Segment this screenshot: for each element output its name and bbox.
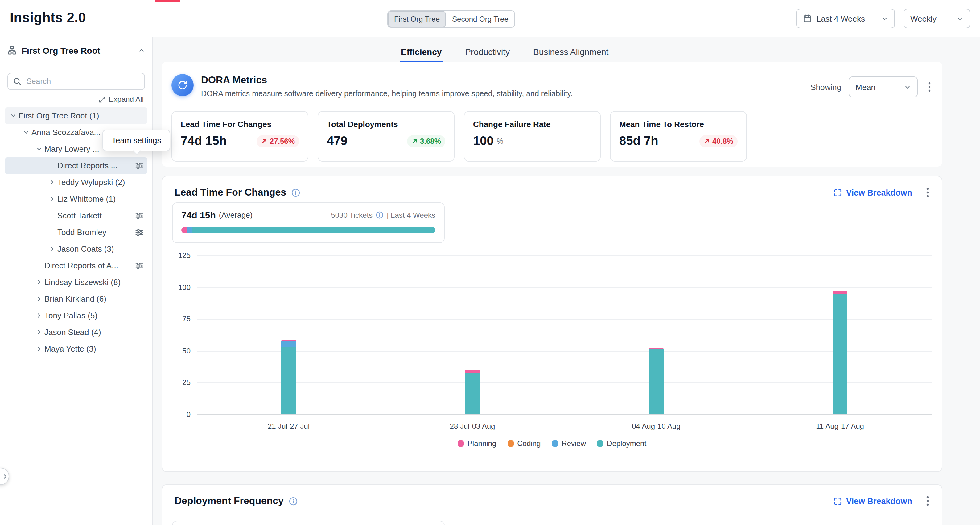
chevron-right-icon[interactable]	[33, 279, 45, 286]
toggle-first-org-tree[interactable]: First Org Tree	[388, 11, 446, 27]
tree-item-lindsay-liszewski-8[interactable]: Lindsay Liszewski (8)	[5, 274, 147, 291]
tree-item-jason-coats-3[interactable]: Jason Coats (3)	[5, 240, 147, 257]
chevron-right-icon[interactable]	[33, 312, 45, 319]
tree-item-label: First Org Tree Root (1)	[19, 111, 99, 120]
metric-cards-row: Lead Time For Changes74d 15h27.56%Total …	[172, 111, 747, 162]
summary-value: 74d 15h	[181, 210, 216, 220]
legend-label: Review	[562, 439, 586, 448]
tree-item-label: Todd Bromley	[57, 228, 107, 237]
x-label-21-jul-27-jul: 21 Jul-27 Jul	[268, 422, 310, 431]
gridline	[197, 351, 932, 352]
bar-11-aug-17-aug-deployment[interactable]	[833, 294, 847, 414]
tree-item-scott-tarkett[interactable]: Scott Tarkett	[5, 207, 147, 224]
bar-28-jul-03-aug-deployment[interactable]	[465, 373, 480, 414]
tree-item-direct-reports-of-a[interactable]: Direct Reports of A...	[5, 257, 147, 274]
deployment-frequency-title: Deployment Frequency	[175, 495, 298, 506]
bar-21-jul-27-jul-planning[interactable]	[281, 340, 296, 342]
expand-all-button[interactable]: Expand All	[99, 95, 144, 103]
expand-corners-icon	[834, 497, 842, 505]
deployment-menu-button[interactable]	[923, 495, 932, 507]
chart-legend: PlanningCodingReviewDeployment	[172, 439, 932, 448]
deployment-view-breakdown[interactable]: View Breakdown	[834, 496, 912, 506]
team-settings-icon[interactable]	[135, 228, 147, 237]
chevron-right-icon[interactable]	[33, 345, 45, 352]
team-settings-icon[interactable]	[135, 261, 147, 270]
chevron-right-icon[interactable]	[33, 296, 45, 302]
team-settings-tooltip: Team settings	[102, 130, 170, 151]
tree-item-direct-reports[interactable]: Direct Reports ...	[5, 158, 147, 174]
info-icon[interactable]	[289, 496, 298, 506]
distribution-review	[188, 227, 192, 233]
org-tree-toggle: First Org Tree Second Org Tree	[387, 11, 515, 28]
tab-business-alignment[interactable]: Business Alignment	[532, 43, 610, 63]
legend-swatch	[458, 441, 464, 447]
tree-item-tony-pallas-5[interactable]: Tony Pallas (5)	[5, 307, 147, 324]
app-header: Insights 2.0 First Org Tree Second Org T…	[0, 0, 980, 37]
tree-item-label: Liz Whittome (1)	[57, 194, 116, 204]
lead-time-menu-button[interactable]	[923, 186, 932, 199]
tree-item-label: Jason Coats (3)	[57, 244, 114, 253]
trend-up-arrow-icon	[411, 138, 418, 144]
bar-21-jul-27-jul-deployment[interactable]	[281, 347, 296, 414]
summary-suffix: (Average)	[219, 211, 253, 219]
legend-deployment: Deployment	[597, 439, 646, 448]
bar-04-aug-10-aug-planning[interactable]	[649, 348, 663, 349]
tree-item-label: Tony Pallas (5)	[45, 311, 97, 320]
tab-efficiency[interactable]: Efficiency	[400, 43, 443, 63]
bar-11-aug-17-aug-planning[interactable]	[833, 291, 847, 294]
collapse-panel-icon[interactable]	[138, 47, 145, 54]
granularity-value: Weekly	[910, 14, 937, 23]
search-input[interactable]	[7, 73, 145, 90]
bar-04-aug-10-aug-deployment[interactable]	[649, 349, 663, 414]
chevron-down-icon[interactable]	[33, 146, 45, 153]
chevron-right-icon[interactable]	[46, 245, 57, 252]
tab-productivity[interactable]: Productivity	[464, 43, 511, 63]
tree-item-label: Scott Tarkett	[57, 211, 102, 220]
dora-subtitle: DORA metrics measure software delivery p…	[201, 89, 573, 98]
tree-item-label: Direct Reports of A...	[45, 261, 118, 270]
tree-item-liz-whittome-1[interactable]: Liz Whittome (1)	[5, 191, 147, 207]
y-tick-125: 125	[178, 251, 191, 260]
header-controls: Last 4 Weeks Weekly	[796, 9, 970, 29]
trend-up-arrow-icon	[704, 138, 711, 144]
chevron-right-icon[interactable]	[33, 329, 45, 336]
metric-card-change-failure-rate: Change Failure Rate100%	[464, 111, 601, 162]
dora-menu-button[interactable]	[925, 81, 934, 93]
bar-21-jul-27-jul-review[interactable]	[281, 342, 296, 347]
tree-item-first-org-tree-root-1[interactable]: First Org Tree Root (1)	[5, 107, 147, 124]
toggle-second-org-tree[interactable]: Second Org Tree	[446, 11, 515, 27]
chevron-down-icon[interactable]	[7, 112, 19, 119]
chevron-right-icon[interactable]	[46, 179, 57, 186]
tree-item-todd-bromley[interactable]: Todd Bromley	[5, 224, 147, 240]
granularity-select[interactable]: Weekly	[904, 9, 970, 29]
metric-card-mean-time-to-restore: Mean Time To Restore85d 7h40.8%	[610, 111, 747, 162]
vertical-ellipsis-icon	[926, 188, 929, 197]
tree-item-label: Teddy Wylupski (2)	[57, 178, 125, 187]
y-tick-25: 25	[182, 379, 191, 387]
tree-item-brian-kirkland-6[interactable]: Brian Kirkland (6)	[5, 291, 147, 307]
legend-swatch	[507, 441, 514, 447]
tree-item-maya-yette-3[interactable]: Maya Yette (3)	[5, 340, 147, 357]
aggregation-select[interactable]: Mean	[849, 76, 918, 97]
team-settings-icon[interactable]	[135, 161, 147, 170]
info-icon[interactable]	[291, 188, 300, 197]
tree-item-jason-stead-4[interactable]: Jason Stead (4)	[5, 324, 147, 340]
sidebar-root-title: First Org Tree Root	[22, 45, 133, 55]
x-axis: 21 Jul-27 Jul28 Jul-03 Aug04 Aug-10 Aug1…	[197, 415, 932, 433]
team-settings-icon[interactable]	[135, 211, 147, 220]
tree-item-teddy-wylupski-2[interactable]: Teddy Wylupski (2)	[5, 174, 147, 191]
x-label-11-aug-17-aug: 11 Aug-17 Aug	[816, 422, 864, 431]
deployment-frequency-section: Deployment Frequency View Breakdown	[162, 484, 942, 525]
chevron-right-icon[interactable]	[46, 196, 57, 202]
insights-app: Insights 2.0 First Org Tree Second Org T…	[0, 0, 980, 525]
metric-title: Mean Time To Restore	[619, 120, 738, 129]
aggregation-value: Mean	[856, 82, 875, 92]
lead-time-view-breakdown[interactable]: View Breakdown	[834, 188, 912, 197]
chevron-down-icon[interactable]	[20, 129, 32, 136]
bar-28-jul-03-aug-planning[interactable]	[465, 370, 480, 373]
date-range-value: Last 4 Weeks	[816, 14, 865, 23]
date-range-select[interactable]: Last 4 Weeks	[796, 9, 895, 29]
metric-value: 479	[327, 134, 348, 148]
info-icon[interactable]	[375, 211, 383, 219]
legend-label: Planning	[468, 439, 496, 448]
